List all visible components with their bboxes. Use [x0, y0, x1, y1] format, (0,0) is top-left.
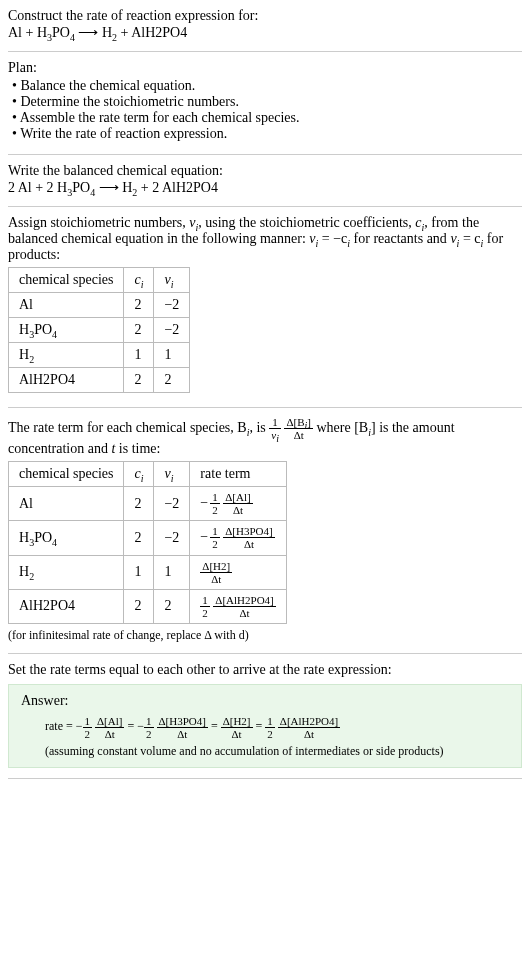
- sub-i: i: [276, 433, 279, 444]
- num: Δ[H3PO4]: [157, 715, 208, 728]
- th-ci: ci: [124, 268, 154, 293]
- num: Δ[Al]: [95, 715, 124, 728]
- answer-box: Answer: rate = −12 Δ[Al]Δt = −12 Δ[H3PO4…: [8, 684, 522, 768]
- answer-expression: rate = −12 Δ[Al]Δt = −12 Δ[H3PO4]Δt = Δ[…: [21, 715, 509, 740]
- num: 1: [144, 715, 154, 728]
- frac-half: 12: [265, 715, 275, 740]
- cell-v: 2: [154, 368, 190, 393]
- table-row: H2 1 1: [9, 343, 190, 368]
- eq: =: [124, 719, 137, 733]
- den: 2: [144, 728, 154, 740]
- assign-section: Assign stoichiometric numbers, νi, using…: [8, 215, 522, 408]
- rate-word: rate = −: [45, 719, 83, 733]
- intro-equation: Al + H3PO4 ⟶ H2 + AlH2PO4: [8, 24, 522, 41]
- th-species: chemical species: [9, 268, 124, 293]
- table-row: AlH2PO4 2 2: [9, 368, 190, 393]
- txt: is time:: [115, 441, 160, 456]
- frac-1-over-nu: 1νi: [269, 416, 281, 441]
- txt: , using the stoichiometric coefficients,: [198, 215, 415, 230]
- frac-conc: Δ[H3PO4]Δt: [223, 525, 274, 550]
- rate-table: chemical species ci νi rate term Al 2 −2…: [8, 461, 287, 624]
- cell-rate: 12 Δ[AlH2PO4]Δt: [190, 589, 286, 623]
- table-row: Al 2 −2: [9, 293, 190, 318]
- final-section: Set the rate terms equal to each other t…: [8, 662, 522, 779]
- frac-half: 12: [210, 491, 220, 516]
- num: 1: [269, 416, 281, 429]
- rateterm-text: The rate term for each chemical species,…: [8, 416, 522, 457]
- infinitesimal-note: (for infinitesimal rate of change, repla…: [8, 628, 522, 643]
- cell-v: 1: [154, 555, 190, 589]
- cell-c: 2: [124, 318, 154, 343]
- txt: ]: [307, 416, 311, 428]
- cell-species: AlH2PO4: [9, 368, 124, 393]
- plan-item: Balance the chemical equation.: [12, 78, 522, 94]
- th-vi: νi: [154, 462, 190, 487]
- num: 1: [200, 594, 210, 607]
- den: Δt: [213, 607, 275, 619]
- balanced-heading: Write the balanced chemical equation:: [8, 163, 522, 179]
- frac-conc: Δ[AlH2PO4]Δt: [213, 594, 275, 619]
- num: Δ[H3PO4]: [223, 525, 274, 538]
- cell-rate: −12 Δ[Al]Δt: [190, 487, 286, 521]
- cell-c: 2: [124, 487, 154, 521]
- balanced-section: Write the balanced chemical equation: 2 …: [8, 163, 522, 207]
- den: Δt: [223, 538, 274, 550]
- rateterm-section: The rate term for each chemical species,…: [8, 416, 522, 654]
- plan-item: Determine the stoichiometric numbers.: [12, 94, 522, 110]
- frac-conc: Δ[H2]Δt: [221, 715, 253, 740]
- num: Δ[Bi]: [284, 416, 313, 429]
- cell-v: −2: [154, 293, 190, 318]
- num: Δ[H2]: [200, 560, 232, 573]
- plan-list: Balance the chemical equation. Determine…: [8, 78, 522, 142]
- table-row: AlH2PO4 2 2 12 Δ[AlH2PO4]Δt: [9, 589, 287, 623]
- intro-line: Construct the rate of reaction expressio…: [8, 8, 522, 24]
- num: Δ[AlH2PO4]: [278, 715, 340, 728]
- frac-conc: Δ[Al]Δt: [95, 715, 124, 740]
- frac-half: 12: [200, 594, 210, 619]
- num: 1: [265, 715, 275, 728]
- txt: The rate term for each chemical species,…: [8, 420, 247, 435]
- cell-species: Al: [9, 293, 124, 318]
- num: Δ[Al]: [223, 491, 252, 504]
- frac-half: 12: [210, 525, 220, 550]
- den: 2: [83, 728, 93, 740]
- cell-v: 2: [154, 589, 190, 623]
- den: Δt: [157, 728, 208, 740]
- table-row: Al 2 −2 −12 Δ[Al]Δt: [9, 487, 287, 521]
- intro-section: Construct the rate of reaction expressio…: [8, 8, 522, 52]
- table-header-row: chemical species ci νi rate term: [9, 462, 287, 487]
- beq-part: PO: [72, 180, 90, 195]
- cell-v: −2: [154, 318, 190, 343]
- cell-c: 2: [124, 589, 154, 623]
- frac-dB-dt: Δ[Bi]Δt: [284, 416, 313, 441]
- beq-part: 2 Al + 2 H: [8, 180, 67, 195]
- sub-i: i: [171, 473, 174, 484]
- answer-label: Answer:: [21, 693, 509, 709]
- cell-species: H2: [9, 343, 124, 368]
- den: 2: [265, 728, 275, 740]
- den: Δt: [284, 429, 313, 441]
- cell-rate: −12 Δ[H3PO4]Δt: [190, 521, 286, 555]
- eq: =: [208, 719, 221, 733]
- beq-part: ⟶ H: [95, 180, 132, 195]
- plan-heading: Plan:: [8, 60, 522, 76]
- den: 2: [200, 607, 210, 619]
- cell-c: 2: [124, 368, 154, 393]
- txt: where [B: [313, 420, 368, 435]
- beq-part: + 2 AlH2PO4: [137, 180, 218, 195]
- sub-i: i: [141, 279, 144, 290]
- th-vi: νi: [154, 268, 190, 293]
- frac-conc: Δ[H2]Δt: [200, 560, 232, 585]
- den: νi: [269, 429, 281, 441]
- txt: = c: [459, 231, 480, 246]
- th-rate: rate term: [190, 462, 286, 487]
- frac-conc: Δ[H3PO4]Δt: [157, 715, 208, 740]
- eq-part: Al + H: [8, 25, 47, 40]
- plan-item: Write the rate of reaction expression.: [12, 126, 522, 142]
- cell-c: 1: [124, 343, 154, 368]
- table-row: H2 1 1 Δ[H2]Δt: [9, 555, 287, 589]
- num: 1: [83, 715, 93, 728]
- num: 1: [210, 525, 220, 538]
- cell-v: −2: [154, 521, 190, 555]
- assign-text: Assign stoichiometric numbers, νi, using…: [8, 215, 522, 263]
